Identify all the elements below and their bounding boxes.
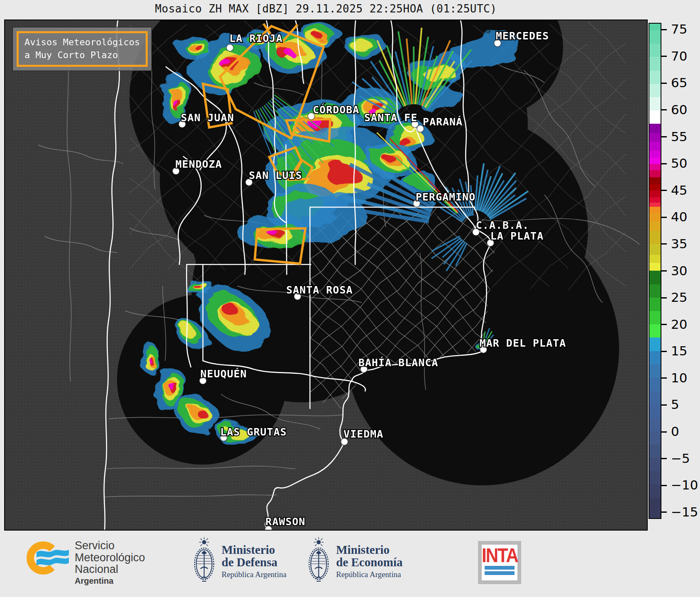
- warning-legend-box: Avisos Meteorológicos a Muy Corto Plazo: [12, 27, 152, 71]
- colorbar-segment: [649, 271, 661, 284]
- colorbar-tick: [661, 377, 667, 379]
- city-label: PARANÁ: [423, 116, 463, 128]
- colorbar-segment: [649, 222, 661, 231]
- colorbar-tick-label: 65: [671, 76, 687, 91]
- colorbar-segment: [649, 197, 661, 203]
- economia-line2: de Economía: [336, 556, 402, 569]
- defensa-line3: República Argentina: [222, 570, 286, 579]
- smn-logo-wave-2: [37, 558, 69, 565]
- colorbar-segment: [649, 404, 661, 418]
- footer: Servicio Meteorológico Nacional Argentin…: [0, 531, 700, 597]
- city-label: SAN JUAN: [181, 112, 234, 124]
- inta-bar-2: [485, 571, 515, 575]
- colorbar-segment: [649, 244, 661, 255]
- smn-line4: Argentina: [75, 577, 145, 585]
- warning-legend-text: Avisos Meteorológicos a Muy Corto Plazo: [17, 31, 148, 67]
- colorbar-tick-label: 30: [671, 263, 687, 278]
- colorbar-segment: [649, 170, 661, 177]
- echo-layer: [382, 153, 394, 161]
- colorbar-tick-label: 60: [671, 102, 687, 117]
- city-label: NEUQUÉN: [200, 368, 247, 380]
- colorbar-segment: [649, 184, 661, 191]
- colorbar-segment: [649, 177, 661, 184]
- colorbar-segment: [649, 351, 661, 365]
- colorbar-tick-label: 40: [671, 210, 687, 225]
- inta-logo: INTA: [478, 541, 521, 584]
- colorbar-segment: [649, 298, 661, 311]
- radar-map-canvas: MERCEDESLA RIOJASAN JUANCÓRDOBASANTA FEP…: [5, 20, 647, 530]
- colorbar-tick: [661, 243, 667, 245]
- colorbar-tick: [661, 83, 667, 84]
- colorbar-segment: [649, 458, 661, 471]
- colorbar-tick-label: −5: [671, 451, 690, 466]
- colorbar-tick-label: 25: [671, 290, 687, 305]
- city-label: SANTA FE: [364, 112, 417, 124]
- colorbar-segment: [649, 484, 661, 498]
- colorbar-tick: [661, 109, 667, 110]
- warning-legend-line1: Avisos Meteorológicos: [24, 36, 140, 49]
- echo-layer: [315, 34, 324, 39]
- colorbar-tick: [661, 163, 667, 164]
- colorbar-segment: [649, 164, 661, 170]
- warning-legend-line2: a Muy Corto Plazo: [24, 49, 140, 62]
- colorbar-tick: [661, 56, 667, 57]
- colorbar-segment: [649, 97, 661, 110]
- dbz-colorbar: 757065605550454035302520151050−5−10−15: [649, 23, 661, 519]
- colorbar-segment: [649, 378, 661, 391]
- colorbar-segment: [649, 231, 661, 244]
- city-label: RAWSON: [266, 516, 305, 528]
- city-label: MERCEDES: [496, 30, 549, 42]
- colorbar-tick: [661, 270, 667, 272]
- radar-echo: [175, 34, 210, 57]
- colorbar-tick-label: 10: [671, 370, 687, 385]
- city-marker: VIEDMA: [341, 428, 384, 445]
- colorbar-tick: [661, 485, 667, 486]
- colorbar-segment: [649, 57, 661, 70]
- colorbar-segment: [649, 158, 661, 164]
- city-label: BAHÍA BLANCA: [359, 357, 439, 369]
- city-label: SAN LUIS: [249, 169, 302, 181]
- city-label: SANTA ROSA: [286, 284, 353, 296]
- colorbar-tick-label: 55: [671, 129, 687, 144]
- colorbar-segment: [649, 207, 661, 213]
- colorbar-segment: [649, 311, 661, 324]
- page-title: Mosaico ZH MAX [dBZ] 29.11.2025 22:25HOA…: [4, 2, 648, 15]
- ministerio-defensa-wordmark: Ministerio de Defensa República Argentin…: [222, 544, 286, 579]
- colorbar-segment: [649, 110, 661, 124]
- colorbar-segment: [649, 142, 661, 151]
- colorbar-segment: [649, 255, 661, 263]
- city-label: C.A.B.A.: [476, 219, 529, 231]
- ministerio-economia-wordmark: Ministerio de Economía República Argenti…: [336, 544, 402, 579]
- smn-line3: Nacional: [75, 563, 145, 575]
- radar-map: MERCEDESLA RIOJASAN JUANCÓRDOBASANTA FEP…: [4, 20, 648, 531]
- colorbar-tick: [661, 297, 667, 298]
- colorbar-segment: [649, 151, 661, 158]
- colorbar-tick: [661, 511, 667, 513]
- colorbar-tick-label: 75: [671, 22, 687, 37]
- colorbar-segment: [649, 84, 661, 97]
- colorbar-segment: [649, 191, 661, 197]
- economia-coat-of-arms-icon: [306, 536, 331, 590]
- colorbar-segment: [649, 133, 661, 142]
- inta-wordmark: INTA: [482, 546, 517, 565]
- colorbar-tick-label: 15: [671, 344, 687, 359]
- colorbar-tick-label: 35: [671, 236, 687, 251]
- city-label: LAS GRUTAS: [220, 426, 287, 438]
- colorbar-tick-label: −15: [671, 504, 698, 519]
- colorbar-tick: [661, 29, 667, 30]
- colorbar-tick: [661, 351, 667, 352]
- colorbar-tick-label: 50: [671, 156, 687, 171]
- colorbar-segment: [649, 418, 661, 431]
- colorbar-tick-label: 20: [671, 317, 687, 332]
- smn-wordmark: Servicio Meteorológico Nacional Argentin…: [75, 540, 145, 585]
- smn-logo-ring: [30, 545, 56, 571]
- colorbar-tick-label: 45: [671, 183, 687, 198]
- economia-line1: Ministerio: [336, 544, 402, 556]
- city-label: CÓRDOBA: [313, 103, 359, 116]
- smn-line2: Meteorológico: [75, 552, 145, 564]
- radar-echo: [302, 24, 342, 46]
- defensa-line2: de Defensa: [222, 556, 286, 569]
- colorbar-segment: [649, 431, 661, 445]
- colorbar-segment: [649, 498, 661, 518]
- city-label: VIEDMA: [344, 428, 383, 440]
